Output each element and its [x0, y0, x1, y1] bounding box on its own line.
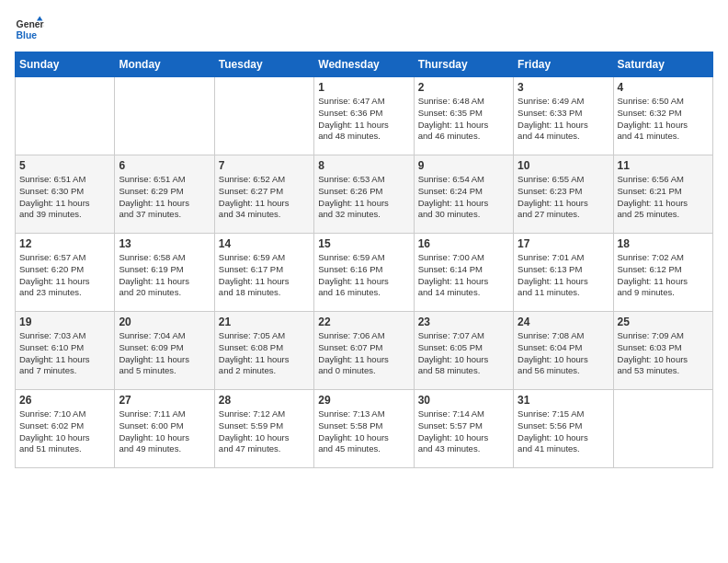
day-number: 29 — [318, 394, 409, 407]
day-info: Sunrise: 6:59 AM Sunset: 6:16 PM Dayligh… — [318, 252, 409, 299]
day-number: 20 — [119, 316, 210, 328]
day-number: 19 — [19, 316, 110, 328]
calendar-cell: 13Sunrise: 6:58 AM Sunset: 6:19 PM Dayli… — [115, 234, 214, 312]
day-info: Sunrise: 6:48 AM Sunset: 6:35 PM Dayligh… — [418, 96, 509, 143]
day-number: 23 — [418, 316, 509, 328]
calendar-week-2: 5Sunrise: 6:51 AM Sunset: 6:30 PM Daylig… — [16, 155, 713, 234]
calendar-cell: 19Sunrise: 7:03 AM Sunset: 6:10 PM Dayli… — [16, 312, 115, 390]
calendar-week-1: 1Sunrise: 6:47 AM Sunset: 6:36 PM Daylig… — [16, 77, 713, 155]
calendar-cell: 9Sunrise: 6:54 AM Sunset: 6:24 PM Daylig… — [414, 155, 513, 234]
weekday-header-friday: Friday — [514, 52, 613, 77]
svg-marker-2 — [37, 17, 42, 21]
day-number: 28 — [219, 394, 310, 407]
calendar-cell: 14Sunrise: 6:59 AM Sunset: 6:17 PM Dayli… — [214, 234, 313, 312]
svg-text:Blue: Blue — [17, 30, 38, 40]
calendar-cell: 2Sunrise: 6:48 AM Sunset: 6:35 PM Daylig… — [414, 77, 513, 155]
calendar-cell — [613, 390, 712, 468]
day-info: Sunrise: 7:00 AM Sunset: 6:14 PM Dayligh… — [418, 252, 509, 299]
weekday-header-tuesday: Tuesday — [214, 52, 313, 77]
calendar-week-3: 12Sunrise: 6:57 AM Sunset: 6:20 PM Dayli… — [16, 234, 713, 312]
day-info: Sunrise: 6:51 AM Sunset: 6:29 PM Dayligh… — [119, 174, 210, 221]
day-info: Sunrise: 6:54 AM Sunset: 6:24 PM Dayligh… — [418, 174, 509, 221]
day-info: Sunrise: 6:49 AM Sunset: 6:33 PM Dayligh… — [518, 96, 609, 143]
calendar-cell: 30Sunrise: 7:14 AM Sunset: 5:57 PM Dayli… — [414, 390, 513, 468]
day-info: Sunrise: 7:10 AM Sunset: 6:02 PM Dayligh… — [19, 408, 110, 455]
calendar-cell: 25Sunrise: 7:09 AM Sunset: 6:03 PM Dayli… — [613, 312, 712, 390]
day-info: Sunrise: 6:58 AM Sunset: 6:19 PM Dayligh… — [119, 252, 210, 299]
calendar-cell: 5Sunrise: 6:51 AM Sunset: 6:30 PM Daylig… — [16, 155, 115, 234]
calendar-cell: 29Sunrise: 7:13 AM Sunset: 5:58 PM Dayli… — [314, 390, 414, 468]
day-number: 8 — [318, 159, 409, 172]
calendar-cell: 20Sunrise: 7:04 AM Sunset: 6:09 PM Dayli… — [115, 312, 214, 390]
calendar-cell: 11Sunrise: 6:56 AM Sunset: 6:21 PM Dayli… — [613, 155, 712, 234]
day-number: 21 — [219, 316, 310, 328]
calendar-cell: 10Sunrise: 6:55 AM Sunset: 6:23 PM Dayli… — [514, 155, 613, 234]
day-number: 25 — [618, 316, 709, 328]
calendar-table: SundayMondayTuesdayWednesdayThursdayFrid… — [15, 52, 713, 468]
day-info: Sunrise: 7:04 AM Sunset: 6:09 PM Dayligh… — [119, 330, 210, 377]
logo: General Blue — [15, 15, 44, 44]
calendar-cell: 31Sunrise: 7:15 AM Sunset: 5:56 PM Dayli… — [514, 390, 613, 468]
logo-icon: General Blue — [15, 15, 44, 44]
calendar-week-5: 26Sunrise: 7:10 AM Sunset: 6:02 PM Dayli… — [16, 390, 713, 468]
svg-text:General: General — [17, 19, 44, 29]
day-number: 3 — [518, 81, 609, 94]
day-number: 27 — [119, 394, 210, 407]
day-info: Sunrise: 6:52 AM Sunset: 6:27 PM Dayligh… — [219, 174, 310, 221]
day-info: Sunrise: 6:47 AM Sunset: 6:36 PM Dayligh… — [318, 96, 409, 143]
day-number: 16 — [418, 237, 509, 250]
weekday-header-row: SundayMondayTuesdayWednesdayThursdayFrid… — [16, 52, 713, 77]
calendar-cell — [115, 77, 214, 155]
calendar-cell: 18Sunrise: 7:02 AM Sunset: 6:12 PM Dayli… — [613, 234, 712, 312]
day-number: 12 — [19, 237, 110, 250]
calendar-cell: 3Sunrise: 6:49 AM Sunset: 6:33 PM Daylig… — [514, 77, 613, 155]
day-info: Sunrise: 7:13 AM Sunset: 5:58 PM Dayligh… — [318, 408, 409, 455]
day-number: 2 — [418, 81, 509, 94]
calendar-cell: 4Sunrise: 6:50 AM Sunset: 6:32 PM Daylig… — [613, 77, 712, 155]
calendar-cell: 22Sunrise: 7:06 AM Sunset: 6:07 PM Dayli… — [314, 312, 414, 390]
day-info: Sunrise: 7:05 AM Sunset: 6:08 PM Dayligh… — [219, 330, 310, 377]
calendar-cell: 1Sunrise: 6:47 AM Sunset: 6:36 PM Daylig… — [314, 77, 414, 155]
day-number: 13 — [119, 237, 210, 250]
day-number: 18 — [618, 237, 709, 250]
day-info: Sunrise: 7:03 AM Sunset: 6:10 PM Dayligh… — [19, 330, 110, 377]
weekday-header-sunday: Sunday — [16, 52, 115, 77]
day-number: 6 — [119, 159, 210, 172]
calendar-week-4: 19Sunrise: 7:03 AM Sunset: 6:10 PM Dayli… — [16, 312, 713, 390]
calendar-cell: 28Sunrise: 7:12 AM Sunset: 5:59 PM Dayli… — [214, 390, 313, 468]
day-info: Sunrise: 6:51 AM Sunset: 6:30 PM Dayligh… — [19, 174, 110, 221]
calendar-cell: 26Sunrise: 7:10 AM Sunset: 6:02 PM Dayli… — [16, 390, 115, 468]
day-info: Sunrise: 7:08 AM Sunset: 6:04 PM Dayligh… — [518, 330, 609, 377]
day-number: 31 — [518, 394, 609, 407]
day-number: 5 — [19, 159, 110, 172]
day-info: Sunrise: 7:06 AM Sunset: 6:07 PM Dayligh… — [318, 330, 409, 377]
day-info: Sunrise: 7:14 AM Sunset: 5:57 PM Dayligh… — [418, 408, 509, 455]
calendar-cell — [16, 77, 115, 155]
day-number: 9 — [418, 159, 509, 172]
day-info: Sunrise: 7:15 AM Sunset: 5:56 PM Dayligh… — [518, 408, 609, 455]
calendar-cell: 23Sunrise: 7:07 AM Sunset: 6:05 PM Dayli… — [414, 312, 513, 390]
calendar-cell: 6Sunrise: 6:51 AM Sunset: 6:29 PM Daylig… — [115, 155, 214, 234]
weekday-header-thursday: Thursday — [414, 52, 513, 77]
day-info: Sunrise: 7:12 AM Sunset: 5:59 PM Dayligh… — [219, 408, 310, 455]
day-info: Sunrise: 6:55 AM Sunset: 6:23 PM Dayligh… — [518, 174, 609, 221]
day-number: 10 — [518, 159, 609, 172]
calendar-cell: 17Sunrise: 7:01 AM Sunset: 6:13 PM Dayli… — [514, 234, 613, 312]
day-number: 7 — [219, 159, 310, 172]
day-info: Sunrise: 6:57 AM Sunset: 6:20 PM Dayligh… — [19, 252, 110, 299]
day-info: Sunrise: 7:07 AM Sunset: 6:05 PM Dayligh… — [418, 330, 509, 377]
calendar-cell: 27Sunrise: 7:11 AM Sunset: 6:00 PM Dayli… — [115, 390, 214, 468]
day-number: 26 — [19, 394, 110, 407]
day-number: 30 — [418, 394, 509, 407]
day-info: Sunrise: 7:09 AM Sunset: 6:03 PM Dayligh… — [618, 330, 709, 377]
weekday-header-wednesday: Wednesday — [314, 52, 414, 77]
day-info: Sunrise: 7:11 AM Sunset: 6:00 PM Dayligh… — [119, 408, 210, 455]
day-info: Sunrise: 7:01 AM Sunset: 6:13 PM Dayligh… — [518, 252, 609, 299]
day-number: 14 — [219, 237, 310, 250]
weekday-header-saturday: Saturday — [613, 52, 712, 77]
day-info: Sunrise: 6:53 AM Sunset: 6:26 PM Dayligh… — [318, 174, 409, 221]
day-number: 4 — [618, 81, 709, 94]
day-number: 17 — [518, 237, 609, 250]
page-header: General Blue — [15, 15, 713, 44]
day-info: Sunrise: 7:02 AM Sunset: 6:12 PM Dayligh… — [618, 252, 709, 299]
